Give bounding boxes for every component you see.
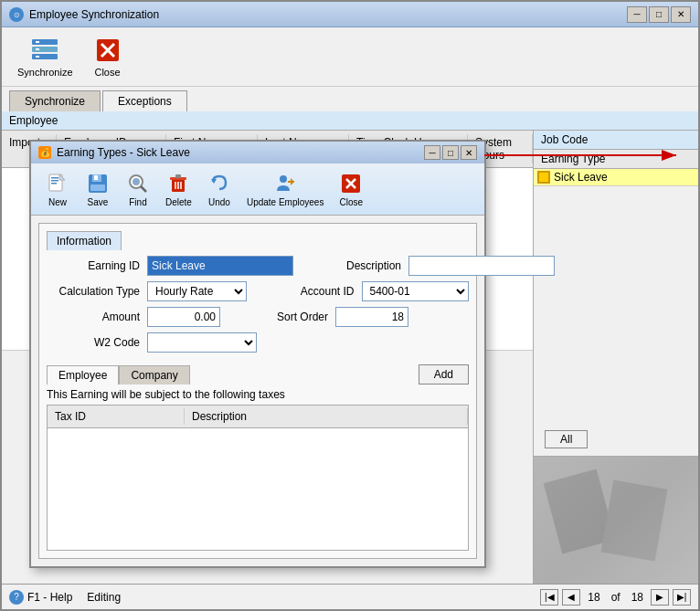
first-page-button[interactable]: |◀ [540,589,558,606]
save-icon [85,171,111,196]
save-button[interactable]: Save [79,167,117,211]
page-total: 18 [628,591,647,604]
dialog-maximize-button[interactable]: □ [442,145,459,160]
earning-id-label: Earning ID [47,259,147,272]
sort-order-input[interactable] [335,307,408,327]
earning-type-header: Earning Type [534,150,698,169]
amount-label: Amount [47,311,147,323]
amount-input[interactable] [147,307,220,327]
employee-tab[interactable]: Employee [47,365,119,385]
description-input[interactable] [408,256,555,276]
info-section: Information Earning ID Description [38,223,477,559]
delete-label: Delete [165,197,192,207]
left-panel: Import Employee ID First Name Last Name … [2,131,534,584]
tabs-bar: Synchronize Exceptions [2,87,698,111]
all-button[interactable]: All [545,430,588,448]
close-button[interactable]: ✕ [671,6,691,23]
right-panel-image [534,456,698,584]
earning-type-label: Earning Type [541,153,606,165]
tax-table-header: Tax ID Description [48,406,468,428]
sort-order-label: Sort Order [235,311,335,323]
undo-label: Undo [208,197,230,207]
next-page-button[interactable]: ▶ [651,589,669,606]
earning-types-dialog[interactable]: 💰 Earning Types - Sick Leave ─ □ ✕ [29,140,486,568]
tabs-and-add: Employee Company Add [47,358,469,388]
last-page-button[interactable]: ▶| [673,589,691,606]
prev-page-button[interactable]: ◀ [562,589,580,606]
new-icon [45,171,70,196]
save-label: Save [88,197,109,207]
w2-code-select[interactable] [147,332,257,353]
svg-rect-15 [51,180,58,182]
dialog-close-toolbar-button[interactable]: Close [332,167,370,211]
dialog-title-bar: 💰 Earning Types - Sick Leave ─ □ ✕ [31,142,484,163]
nav-controls: |◀ ◀ 18 of 18 ▶ ▶| [540,589,691,606]
tax-table[interactable]: Tax ID Description [47,405,469,551]
dialog-close-toolbar-label: Close [340,197,364,207]
maximize-button[interactable]: □ [649,6,669,23]
tax-col-description: Description [185,408,468,425]
earning-id-row: Earning ID Description [47,256,469,276]
help-label: F1 - Help [27,591,72,604]
close-toolbar-icon [93,36,122,65]
dialog-icon: 💰 [38,146,51,159]
dialog-minimize-button[interactable]: ─ [424,145,440,160]
sick-leave-row[interactable]: Sick Leave [534,169,698,186]
undo-button[interactable]: Undo [200,167,239,211]
tax-col-id: Tax ID [48,408,185,425]
close-toolbar-button[interactable]: Close [85,31,131,82]
new-label: New [48,197,67,207]
close-toolbar-label: Close [94,67,120,78]
update-employees-label: Update Employees [247,197,324,207]
information-tab[interactable]: Information [47,231,122,250]
earning-id-input[interactable] [147,256,293,276]
main-toolbar: Synchronize Close [2,27,698,87]
svg-line-24 [141,186,146,192]
help-section: ? F1 - Help [9,590,72,605]
right-panel: Job Code Earning Type Sick Leave [534,131,698,584]
delete-icon [165,171,191,196]
svg-rect-6 [36,48,39,50]
calc-type-select[interactable]: Hourly Rate Flat Amount Percentage [147,281,247,301]
page-of: of [608,591,624,604]
sick-leave-label: Sick Leave [554,171,608,184]
dialog-overlay: 💰 Earning Types - Sick Leave ─ □ ✕ [2,131,533,584]
svg-point-23 [133,178,140,185]
calc-type-row: Calculation Type Hourly Rate Flat Amount… [47,281,469,301]
company-tab[interactable]: Company [119,365,189,385]
update-employees-button[interactable]: Update Employees [240,167,331,211]
dialog-close-button[interactable]: ✕ [461,145,477,160]
page-current: 18 [584,591,603,604]
svg-rect-5 [36,41,39,43]
tab-exceptions[interactable]: Exceptions [102,90,187,111]
amount-row: Amount Sort Order [47,307,469,327]
find-label: Find [129,197,146,207]
tax-notice: This Earning will be subject to the foll… [47,388,469,401]
svg-rect-20 [94,175,98,180]
main-window: ⊙ Employee Synchronization ─ □ ✕ Sync [0,0,700,611]
main-layout: Import Employee ID First Name Last Name … [2,131,698,584]
account-id-label: Account ID [261,285,362,298]
tab-synchronize[interactable]: Synchronize [9,90,101,111]
svg-rect-39 [539,173,548,182]
find-button[interactable]: Find [119,167,157,211]
svg-text:⊙: ⊙ [14,11,20,19]
description-label: Description [308,259,408,272]
add-button[interactable]: Add [419,364,469,385]
svg-rect-21 [90,184,105,191]
minimize-button[interactable]: ─ [627,6,647,23]
w2-code-row: W2 Code [47,332,469,353]
calc-type-label: Calculation Type [47,285,147,298]
delete-button[interactable]: Delete [159,167,198,211]
new-button[interactable]: New [38,167,77,211]
status-bar: ? F1 - Help Editing |◀ ◀ 18 of 18 ▶ ▶| [2,584,698,609]
sick-leave-icon [537,171,550,184]
title-bar: ⊙ Employee Synchronization ─ □ ✕ [2,2,698,27]
synchronize-button[interactable]: Synchronize [9,31,81,82]
account-id-select[interactable]: 5400-01 [362,281,469,301]
job-code-header: Job Code [534,131,698,150]
svg-rect-16 [51,183,57,184]
dialog-title: Earning Types - Sick Leave [57,146,419,159]
svg-point-32 [280,175,287,183]
employee-section-header: Employee [2,111,698,131]
